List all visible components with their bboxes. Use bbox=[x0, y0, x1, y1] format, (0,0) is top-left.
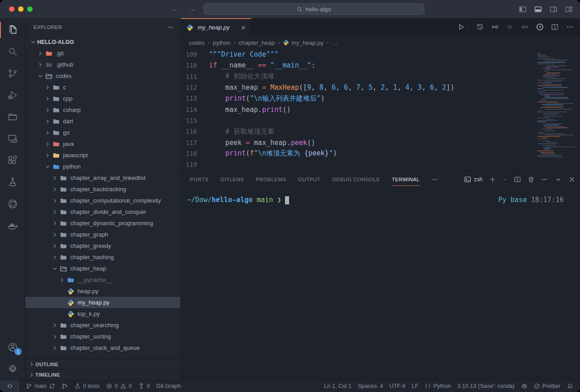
code-line-115[interactable]: 115 bbox=[181, 115, 580, 126]
panel-tab-output[interactable]: OUTPUT bbox=[298, 175, 321, 184]
branch-status[interactable]: main bbox=[23, 380, 58, 392]
tree-item-chapter-greedy[interactable]: chapter_greedy bbox=[25, 240, 180, 252]
code-line-116[interactable]: 116 # 获取堆顶元素 bbox=[181, 126, 580, 137]
zoom-window-button[interactable] bbox=[27, 6, 33, 12]
sidebar-section-outline[interactable]: OUTLINE bbox=[25, 359, 180, 369]
code-line-119[interactable]: 119 bbox=[181, 159, 580, 170]
tab-my-heap-py[interactable]: my_heap.py bbox=[181, 18, 251, 36]
tree-item-javascript[interactable]: javascript bbox=[25, 150, 180, 161]
code-line-114[interactable]: 114 max_heap.print() bbox=[181, 104, 580, 115]
github-activity-item[interactable] bbox=[0, 193, 25, 215]
tree-item-chapter-dynamic-programming[interactable]: chapter_dynamic_programming bbox=[25, 218, 180, 229]
breadcrumb-item-my-heap-py[interactable]: my_heap.py bbox=[283, 39, 324, 46]
tree-item--git[interactable]: .git bbox=[25, 48, 180, 59]
tree-item-my-heap-py[interactable]: my_heap.py bbox=[25, 297, 180, 308]
explorer-more-actions-icon[interactable] bbox=[167, 24, 174, 31]
code-line-113[interactable]: 113 print("\n输入列表并建堆后") bbox=[181, 93, 580, 104]
code-editor[interactable]: 109"""Driver Code"""110if __name__ == "_… bbox=[181, 49, 580, 170]
tree-item-go[interactable]: go bbox=[25, 127, 180, 138]
tree-item-heap-py[interactable]: heap.py bbox=[25, 286, 180, 297]
view-history-icon[interactable] bbox=[476, 23, 484, 31]
terminal-more-icon[interactable] bbox=[541, 176, 548, 183]
breadcrumb-item-chapter-heap[interactable]: chapter_heap bbox=[239, 39, 275, 46]
more-actions-icon[interactable] bbox=[566, 23, 574, 31]
test-status[interactable]: 0 tests bbox=[71, 380, 103, 392]
breadcrumb-item-python[interactable]: python bbox=[213, 39, 231, 46]
breadcrumb-item--[interactable]: … bbox=[332, 39, 338, 46]
close-tab-icon[interactable] bbox=[240, 24, 246, 31]
customize-layout-icon[interactable] bbox=[565, 5, 573, 13]
code-line-109[interactable]: 109"""Driver Code""" bbox=[181, 49, 580, 60]
docker-activity-item[interactable] bbox=[0, 215, 25, 237]
indentation[interactable]: Spaces: 4 bbox=[355, 380, 387, 392]
project-folders-activity-item[interactable] bbox=[0, 106, 25, 128]
navigate-back-icon[interactable]: ← bbox=[171, 5, 181, 14]
run-python-file-icon[interactable] bbox=[457, 23, 469, 31]
source-control-activity-item[interactable] bbox=[0, 63, 25, 84]
gitlens-graph[interactable] bbox=[58, 380, 71, 392]
testing-activity-item[interactable] bbox=[0, 171, 25, 193]
notifications[interactable] bbox=[564, 380, 576, 392]
code-line-110[interactable]: 110if __name__ == "__main__": bbox=[181, 60, 580, 71]
minimize-window-button[interactable] bbox=[18, 6, 24, 12]
code-line-118[interactable]: 118 print(f"\n堆顶元素为 {peek}") bbox=[181, 148, 580, 159]
toggle-panel-icon[interactable] bbox=[534, 5, 542, 13]
cursor-position[interactable]: Ln 1, Col 1 bbox=[321, 380, 354, 392]
code-line-117[interactable]: 117 peek = max_heap.peek() bbox=[181, 137, 580, 148]
tree-item-chapter-stack-and-queue[interactable]: chapter_stack_and_queue bbox=[25, 342, 180, 353]
maximize-panel-icon[interactable] bbox=[555, 176, 562, 183]
panel-tab-gitlens[interactable]: GITLENS bbox=[220, 175, 244, 184]
gitlens-next-change-icon[interactable] bbox=[521, 23, 529, 31]
close-window-button[interactable] bbox=[9, 6, 14, 12]
code-line-111[interactable]: 111 # 初始化大顶堆 bbox=[181, 71, 580, 82]
split-terminal-icon[interactable] bbox=[514, 176, 521, 183]
tree-item-cpp[interactable]: cpp bbox=[25, 93, 180, 104]
ports-status[interactable]: 0 bbox=[135, 380, 153, 392]
tree-item-chapter-computational-complexity[interactable]: chapter_computational_complexity bbox=[25, 195, 180, 206]
tree-item-python[interactable]: python bbox=[25, 161, 180, 172]
eol[interactable]: LF bbox=[409, 380, 422, 392]
search-activity-item[interactable] bbox=[0, 41, 25, 63]
toggle-secondary-sidebar-icon[interactable] bbox=[550, 5, 557, 13]
python-interpreter[interactable]: 3.10.13 ('base': conda) bbox=[454, 380, 517, 392]
tree-item-chapter-graph[interactable]: chapter_graph bbox=[25, 229, 180, 240]
git-graph-button[interactable]: Git Graph bbox=[153, 380, 184, 392]
panel-tab-problems[interactable]: PROBLEMS bbox=[256, 175, 286, 184]
remote-explorer-activity-item[interactable] bbox=[0, 128, 25, 150]
explorer-activity-item[interactable] bbox=[0, 19, 25, 41]
command-center-search[interactable]: hello-algo bbox=[203, 3, 425, 15]
tree-item-chapter-sorting[interactable]: chapter_sorting bbox=[25, 331, 180, 342]
navigate-forward-icon[interactable]: → bbox=[187, 5, 197, 14]
file-heatmap-clock-icon[interactable] bbox=[536, 23, 544, 31]
close-panel-icon[interactable] bbox=[568, 176, 575, 183]
minimap[interactable] bbox=[537, 53, 573, 159]
split-editor-icon[interactable] bbox=[551, 23, 559, 31]
language-mode[interactable]: Python bbox=[421, 380, 454, 392]
problems-status[interactable]: 00 bbox=[103, 380, 135, 392]
terminal-dropdown-icon[interactable] bbox=[503, 176, 508, 183]
more-panel-views-icon[interactable] bbox=[431, 176, 439, 183]
tree-item-chapter-heap[interactable]: chapter_heap bbox=[25, 263, 180, 274]
tree-item--github[interactable]: .github bbox=[25, 59, 180, 70]
code-line-112[interactable]: 112 max_heap = MaxHeap([9, 8, 6, 6, 7, 5… bbox=[181, 82, 580, 93]
accounts-activity-item[interactable]: 1 bbox=[0, 336, 25, 358]
panel-tab-terminal[interactable]: TERMINAL bbox=[392, 175, 420, 184]
shell-selector[interactable]: zsh bbox=[464, 176, 483, 183]
settings-gear-activity-item[interactable] bbox=[0, 358, 25, 380]
copilot[interactable] bbox=[518, 380, 531, 392]
remote-indicator[interactable] bbox=[0, 380, 20, 392]
gitlens-prev-change-icon[interactable] bbox=[491, 23, 499, 31]
tree-item--pycache-[interactable]: __pycache__ bbox=[25, 274, 180, 286]
tree-item-chapter-array-and-linkedlist[interactable]: chapter_array_and_linkedlist bbox=[25, 172, 180, 184]
gitlens-change-icon[interactable] bbox=[506, 23, 514, 31]
terminal[interactable]: ~/Dow/hello-algo main ❯ Py base 18:17:16 bbox=[181, 189, 580, 380]
new-terminal-icon[interactable] bbox=[489, 176, 496, 183]
toggle-primary-sidebar-icon[interactable] bbox=[519, 5, 527, 13]
panel-tab-debug-console[interactable]: DEBUG CONSOLE bbox=[332, 175, 380, 184]
sidebar-section-timeline[interactable]: TIMELINE bbox=[25, 369, 180, 380]
prettier[interactable]: Prettier bbox=[531, 380, 564, 392]
tree-root-hello-algo[interactable]: HELLO-ALGO bbox=[25, 36, 180, 48]
tree-item-chapter-searching[interactable]: chapter_searching bbox=[25, 319, 180, 331]
tree-item-c[interactable]: c bbox=[25, 82, 180, 93]
tree-item-csharp[interactable]: csharp bbox=[25, 104, 180, 116]
